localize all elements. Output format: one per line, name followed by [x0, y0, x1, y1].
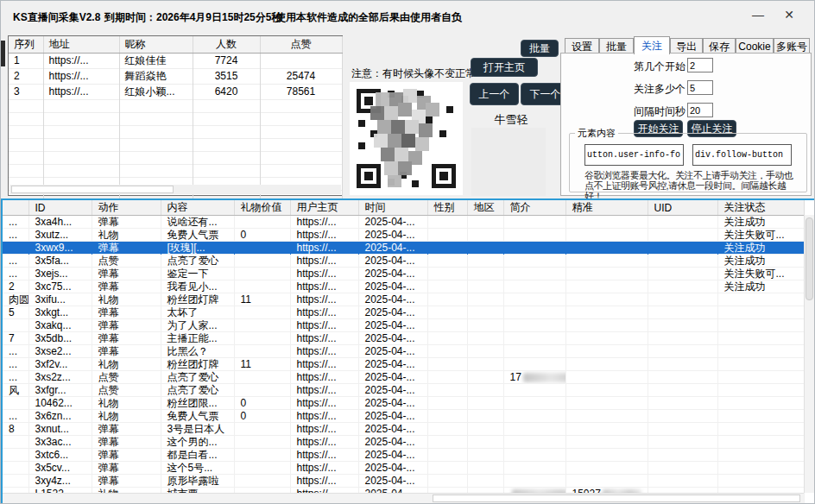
data-table: ID 动作 内容 礼物价值 用户主页 时间 性别 地区 简介 精准 UID 关注…: [1, 198, 815, 504]
col-uid: UID: [648, 200, 717, 216]
selector-input-2[interactable]: [692, 144, 792, 166]
data-row[interactable]: ...3xse2...弹幕比黑么？https://...2025-04-...: [3, 345, 804, 358]
follow-count-label: 关注多少个: [634, 82, 685, 97]
data-row[interactable]: 肉圆3xifu...礼物粉丝团灯牌11https://...2025-04-..…: [3, 293, 804, 306]
col-time: 时间: [358, 200, 427, 216]
data-row[interactable]: 83xnut...弹幕3号是日本人https://...2025-04-...: [3, 423, 804, 436]
data-row[interactable]: 风3xfgr...点赞点亮了爱心https://...2025-04-...: [3, 384, 804, 397]
room-row-empty: [9, 164, 342, 177]
col-gender: 性别: [427, 200, 467, 216]
follow-count-input[interactable]: [687, 80, 713, 95]
minimize-icon[interactable]: —: [747, 6, 769, 23]
data-table-hscrollbar[interactable]: [3, 493, 804, 503]
data-row[interactable]: ...3xf2v...礼物粉丝团灯牌11https://...2025-04-.…: [3, 358, 804, 371]
room-table: 序列 地址 昵称 人数 点赞 1https://...红娘佳佳77242http…: [8, 35, 343, 196]
data-table-tbody: ...3xa4h...弹幕说啥还有...https://...2025-04-.…: [3, 216, 804, 504]
data-row[interactable]: 3xtc6...弹幕都是白看...https://...2025-04-...: [3, 449, 804, 462]
room-row[interactable]: 2https://...舞蹈焱艳351525474: [9, 68, 342, 84]
room-table-hscrollbar[interactable]: [9, 185, 341, 194]
open-homepage-button[interactable]: 打开主页: [471, 58, 538, 77]
col-homepage: 用户主页: [290, 200, 358, 216]
titlebar: KS直播间采集V2.8 到期时间：2026年4月9日15时25分5秒 使用本软件…: [1, 1, 815, 28]
data-table-vscrollbar[interactable]: [804, 215, 814, 493]
previous-button[interactable]: 上一个: [470, 83, 519, 105]
current-nickname: 牛雪轻: [471, 112, 551, 128]
app-title: KS直播间采集V2.8: [13, 10, 100, 25]
data-row[interactable]: 3x3ac...弹幕这个男的...https://...2025-04-...: [3, 436, 804, 449]
censored-blur: [523, 373, 565, 382]
col-region: 地区: [467, 200, 503, 216]
data-row[interactable]: ...3x5fa...点赞点亮了爱心https://...2025-04-...…: [3, 255, 804, 268]
col-action: 动作: [92, 200, 161, 216]
app-window: KS直播间采集V2.8 到期时间：2026年4月9日15时25分5秒 使用本软件…: [0, 0, 815, 504]
tab-follow[interactable]: 关注: [634, 36, 670, 54]
col-precise: 精准: [565, 200, 648, 216]
qr-code-image: [350, 82, 463, 195]
room-table-header: 序列 地址 昵称 人数 点赞: [9, 36, 342, 53]
disclaimer-label: 使用本软件造成的全部后果由使用者自负: [275, 10, 462, 25]
data-row[interactable]: 73x5db...弹幕主播正能...https://...2025-04-...: [3, 332, 804, 345]
data-row[interactable]: ...3xa4h...弹幕说啥还有...https://...2025-04-.…: [3, 216, 804, 229]
interval-seconds-label: 间隔时间秒: [634, 104, 685, 119]
data-row[interactable]: 3xy4z...弹幕原形毕露啦https://...2025-04-...: [3, 475, 804, 488]
room-col-likes: 点赞: [260, 36, 342, 53]
room-row-empty: [9, 112, 342, 125]
data-row[interactable]: 3xwx9...弹幕[玫瑰][...https://...2025-04-...…: [3, 242, 804, 255]
data-row[interactable]: ...3xs2z...点赞点亮了爱心https://...2025-04-...…: [3, 371, 804, 384]
batch-open-button[interactable]: 批量: [521, 40, 559, 57]
room-row-empty: [9, 99, 342, 112]
room-col-nick: 昵称: [119, 36, 193, 53]
start-index-label: 第几个开始: [634, 60, 685, 74]
col-content: 内容: [161, 200, 234, 216]
data-row[interactable]: ...3xejs...弹幕鉴定一下https://...2025-04-...关…: [3, 268, 804, 280]
close-icon[interactable]: ✕: [778, 6, 800, 23]
data-table-header: ID 动作 内容 礼物价值 用户主页 时间 性别 地区 简介 精准 UID 关注…: [3, 200, 804, 216]
room-row-empty: [9, 151, 342, 164]
interval-seconds-input[interactable]: [687, 103, 713, 117]
avatar-placeholder: [471, 128, 546, 196]
col-follow-status: 关注状态: [717, 200, 804, 216]
avatar-note: 注意：有时候头像不变正常: [351, 66, 476, 81]
follow-warning-text: 谷歌浏览器要最大化。关注不上请手动关注，手动也点不上证明账号风控,请休息一段时间…: [584, 170, 799, 201]
selector-input-1[interactable]: [584, 144, 684, 166]
room-col-url: 地址: [43, 36, 119, 53]
data-row[interactable]: 23xc75...弹幕我看见小...https://...2025-04-...…: [3, 280, 804, 293]
room-col-seq: 序列: [9, 36, 43, 53]
data-row[interactable]: 10462...礼物粉丝团限...0https://...2025-04-...: [3, 397, 804, 410]
room-row[interactable]: 3https://...红娘小颖...642078561: [9, 84, 342, 99]
start-index-input[interactable]: [687, 58, 713, 72]
col-nick: [3, 200, 28, 216]
col-id: ID: [28, 200, 92, 216]
col-bio: 简介: [503, 200, 565, 216]
expiry-label: 到期时间：2026年4月9日15时25分5秒: [104, 10, 281, 25]
room-row-empty: [9, 125, 342, 138]
data-row[interactable]: 53xkgt...弹幕太坏了https://...2025-04-...: [3, 306, 804, 319]
background-fragment: [1, 41, 5, 66]
element-content-group: 元素内容 谷歌浏览器要最大化。关注不上请手动关注，手动也点不上证明账号风控,请休…: [569, 133, 807, 192]
element-content-label: 元素内容: [575, 127, 618, 140]
data-row[interactable]: ...3x6zn...礼物免费人气票0https://...2025-04-..…: [3, 410, 804, 423]
room-table-tbody: 1https://...红娘佳佳77242https://...舞蹈焱艳3515…: [9, 53, 342, 203]
data-row[interactable]: 3xakq...弹幕为了人家...https://...2025-04-...: [3, 319, 804, 332]
data-row[interactable]: ...3xutz...礼物免费人气票0https://...2025-04-..…: [3, 229, 804, 242]
col-gift-value: 礼物价值: [234, 200, 290, 216]
data-row[interactable]: 3x5cv...弹幕这个5号...https://...2025-04-...: [3, 462, 804, 475]
room-row[interactable]: 1https://...红娘佳佳7724: [9, 53, 342, 68]
room-col-count: 人数: [193, 36, 260, 53]
room-row-empty: [9, 138, 342, 151]
